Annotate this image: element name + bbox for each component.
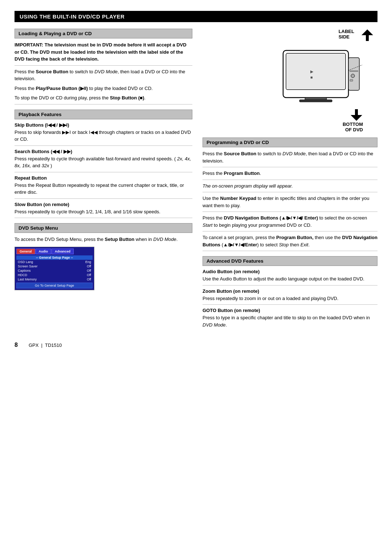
svg-rect-7 bbox=[350, 70, 358, 72]
footer-brand: GPX | TD1510 bbox=[29, 342, 62, 348]
divider13 bbox=[203, 285, 377, 286]
divider2 bbox=[15, 104, 192, 104]
slow-button-header: Slow Button (on remote) bbox=[15, 202, 192, 207]
label-side-arrow-icon bbox=[361, 29, 374, 42]
prog-para6: To cancel a set program, press the Progr… bbox=[203, 234, 377, 248]
loading-section-header: Loading & Playing a DVD or CD bbox=[15, 29, 192, 38]
prog-para1: Press the Source Button to switch to DVD… bbox=[203, 150, 377, 164]
audio-button-body: Use the Audio Button to adjust the audio… bbox=[203, 275, 377, 283]
header-title: USING THE BUILT-IN DVD/CD PLAYER bbox=[20, 13, 124, 20]
play-pause-para: Press the Play/Pause Button (▶II) to pla… bbox=[15, 85, 192, 92]
goto-button-header: GOTO Button (on remote) bbox=[203, 308, 377, 313]
svg-rect-9 bbox=[350, 79, 353, 81]
left-column: Loading & Playing a DVD or CD IMPORTANT:… bbox=[15, 29, 192, 331]
stop-para: To stop the DVD or CD during play, press… bbox=[15, 94, 192, 102]
setup-row-lastmem: Last MemoryOff bbox=[16, 277, 93, 282]
divider8 bbox=[203, 180, 377, 180]
setup-row-hdcd: HDCDOff bbox=[16, 273, 93, 277]
divider10 bbox=[203, 212, 377, 212]
dvd-image-area: LABELSIDE bbox=[203, 29, 377, 132]
svg-point-8 bbox=[351, 74, 355, 78]
divider3 bbox=[15, 145, 192, 146]
page-header: USING THE BUILT-IN DVD/CD PLAYER bbox=[15, 11, 377, 22]
svg-rect-3 bbox=[287, 54, 345, 89]
dvd-setup-body: To access the DVD Setup Menu, press the … bbox=[15, 236, 192, 243]
setup-row-captions: CaptionsOff bbox=[16, 268, 93, 273]
page-number: 8 bbox=[15, 342, 18, 348]
zoom-button-header: Zoom Button (on remote) bbox=[203, 288, 377, 294]
divider5 bbox=[15, 198, 192, 199]
divider4 bbox=[15, 172, 192, 172]
playback-section-header: Playback Features bbox=[15, 110, 192, 119]
dvd-setup-header: DVD Setup Menu bbox=[15, 223, 192, 233]
svg-text:■: ■ bbox=[310, 75, 313, 79]
repeat-button-body: Press the Repeat Button repeatedly to re… bbox=[15, 182, 192, 196]
page-footer: 8 GPX | TD1510 bbox=[15, 342, 377, 348]
svg-rect-5 bbox=[299, 100, 332, 102]
repeat-button-header: Repeat Button bbox=[15, 175, 192, 181]
programming-section-header: Programming a DVD or CD bbox=[203, 138, 377, 147]
setup-tab-general: General bbox=[16, 249, 35, 254]
skip-buttons-body: Press to skip forwards ▶▶I or back I◀◀ t… bbox=[15, 129, 192, 143]
divider bbox=[15, 65, 192, 66]
divider12 bbox=[203, 251, 377, 251]
label-side-text-group: LABELSIDE bbox=[339, 29, 354, 40]
label-side-container: LABELSIDE bbox=[339, 29, 374, 42]
right-column: LABELSIDE bbox=[203, 29, 377, 331]
audio-button-header: Audio Button (on remote) bbox=[203, 269, 377, 274]
setup-goto-btn: Go To General Setup Page bbox=[16, 283, 93, 288]
prog-para4: Use the Number Keypad to enter in specif… bbox=[203, 195, 377, 209]
svg-marker-13 bbox=[351, 109, 362, 121]
source-button-para: Press the Source Button to switch to DVD… bbox=[15, 68, 192, 82]
label-side-text: LABELSIDE bbox=[339, 29, 354, 40]
important-text: IMPORTANT: The television must be in DVD… bbox=[15, 41, 192, 63]
setup-row-screensaver: Screen SaverOff bbox=[16, 264, 93, 268]
svg-marker-0 bbox=[362, 29, 373, 41]
setup-tab-audio: Audio bbox=[36, 249, 52, 254]
divider7 bbox=[203, 167, 377, 167]
search-buttons-header: Search Buttons (◀◀ / ▶▶) bbox=[15, 149, 192, 154]
setup-row-osd: OSD LangEng bbox=[16, 260, 93, 264]
svg-rect-6 bbox=[348, 58, 359, 90]
setup-tab-advanced: Advanced bbox=[52, 249, 74, 254]
divider9 bbox=[203, 192, 377, 192]
divider11 bbox=[203, 231, 377, 231]
bottom-of-dvd-arrow-icon bbox=[350, 108, 363, 122]
bottom-of-dvd-text: BOTTOMOF DVD bbox=[343, 122, 363, 132]
advanced-section-header: Advanced DVD Features bbox=[203, 256, 377, 266]
setup-screen-inner: General Audio Advanced -- General Setup … bbox=[15, 247, 94, 290]
setup-tabs: General Audio Advanced bbox=[16, 249, 93, 254]
divider6 bbox=[15, 218, 192, 218]
prog-para5: Press the DVD Navigation Buttons (▲/▶/▼/… bbox=[203, 214, 377, 229]
slow-button-body: Press repeatedly to cycle through 1/2, 1… bbox=[15, 208, 192, 216]
bottom-of-dvd-group: BOTTOMOF DVD bbox=[343, 108, 363, 132]
skip-buttons-header: Skip Buttons (I◀◀ / ▶▶I) bbox=[15, 122, 192, 128]
playback-title: Playback Features bbox=[19, 112, 62, 117]
prog-para2: Press the Program Button. bbox=[203, 170, 377, 177]
setup-header-row: -- General Setup Page -- bbox=[16, 255, 93, 260]
zoom-button-body: Press repeatedly to zoom in or out on a … bbox=[203, 295, 377, 302]
divider14 bbox=[203, 304, 377, 305]
dvd-tv-illustration: ▶ ■ bbox=[272, 43, 367, 108]
setup-screenshot: General Audio Advanced -- General Setup … bbox=[15, 247, 94, 290]
search-buttons-body: Press repeatedly to cycle through availa… bbox=[15, 155, 192, 169]
svg-text:▶: ▶ bbox=[310, 69, 314, 74]
goto-button-body: Press to type in a specific chapter and … bbox=[203, 314, 377, 328]
prog-para3: The on-screen program display will appea… bbox=[203, 182, 377, 190]
